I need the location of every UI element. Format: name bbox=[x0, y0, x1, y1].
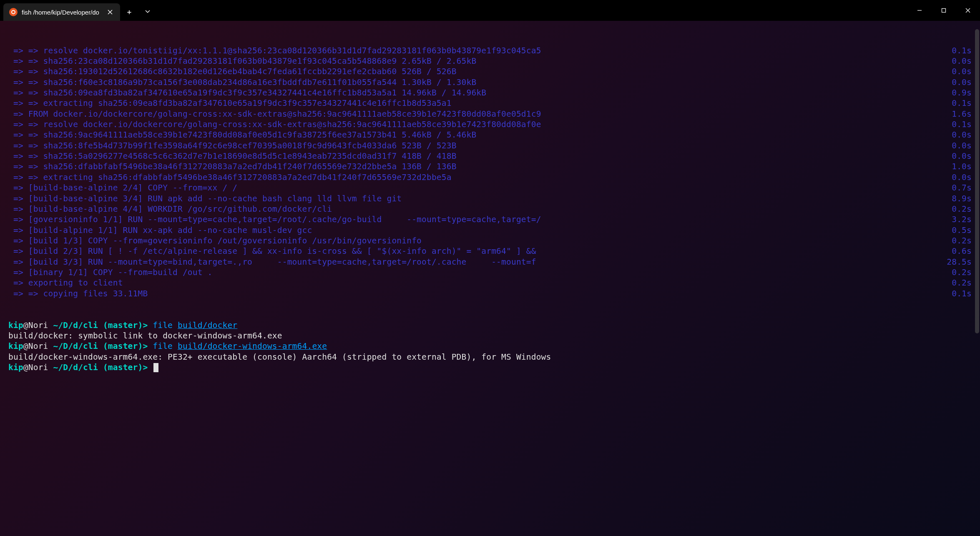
window-controls bbox=[907, 0, 980, 21]
build-log-line: => [build 2/3] RUN [ ! -f /etc/alpine-re… bbox=[8, 246, 972, 256]
text-cursor bbox=[153, 363, 158, 372]
docker-build-log: => => resolve docker.io/tonistiigi/xx:1.… bbox=[8, 45, 972, 299]
build-log-line: => [goversioninfo 1/1] RUN --mount=type=… bbox=[8, 214, 972, 225]
build-log-line: => [build-base-alpine 2/4] COPY --from=x… bbox=[8, 183, 972, 193]
build-log-line: => => sha256:8fe5b4d737b99f1fe3598a64f92… bbox=[8, 140, 972, 151]
command-name: file bbox=[153, 321, 178, 330]
build-log-line: => => resolve docker.io/tonistiigi/xx:1.… bbox=[8, 45, 972, 56]
maximize-button[interactable] bbox=[932, 0, 956, 21]
build-log-line: => [build-alpine 1/1] RUN xx-apk add --n… bbox=[8, 225, 972, 235]
command-argument: build/docker-windows-arm64.exe bbox=[178, 341, 327, 351]
shell-prompt-line: kip@Nori ~/D/d/cli (master)> file build/… bbox=[8, 341, 972, 351]
build-log-line: => [build 3/3] RUN --mount=type=bind,tar… bbox=[8, 257, 972, 267]
build-log-line: => => sha256:23ca08d120366b31d1d7fad2928… bbox=[8, 56, 972, 66]
build-log-line: => [build 1/3] COPY --from=goversioninfo… bbox=[8, 235, 972, 246]
terminal-tab[interactable]: fish /home/kip/Developer/do bbox=[3, 3, 120, 21]
new-tab-button[interactable]: + bbox=[120, 3, 138, 21]
titlebar: fish /home/kip/Developer/do + bbox=[0, 0, 980, 21]
tab-title: fish /home/kip/Developer/do bbox=[22, 9, 101, 16]
shell-prompt-area: kip@Nori ~/D/d/cli (master)> file build/… bbox=[8, 320, 972, 373]
ubuntu-icon bbox=[9, 8, 18, 16]
build-log-line: => => sha256:dfabbfabf5496be38a46f312720… bbox=[8, 161, 972, 172]
tab-dropdown-button[interactable] bbox=[138, 3, 157, 21]
titlebar-drag-region[interactable] bbox=[157, 0, 907, 21]
build-log-line: => => sha256:f60e3c8186a9b73ca156f3e008d… bbox=[8, 77, 972, 88]
build-log-line: => => resolve docker.io/dockercore/golan… bbox=[8, 119, 972, 130]
close-window-button[interactable] bbox=[956, 0, 980, 21]
terminal-output[interactable]: => => resolve docker.io/tonistiigi/xx:1.… bbox=[0, 21, 980, 387]
build-log-line: => => sha256:5a0296277e4568c5c6c362d7e7b… bbox=[8, 151, 972, 161]
build-log-line: => => copying files 33.11MB0.1s bbox=[8, 288, 972, 299]
build-log-line: => => sha256:9ac9641111aeb58ce39b1e7423f… bbox=[8, 130, 972, 140]
build-log-line: => => extracting sha256:09ea8fd3ba82af34… bbox=[8, 98, 972, 108]
build-log-line: => => extracting sha256:dfabbfabf5496be3… bbox=[8, 172, 972, 183]
build-log-line: => [binary 1/1] COPY --from=build /out .… bbox=[8, 267, 972, 278]
build-log-line: => => sha256:193012d52612686c8632b182e0d… bbox=[8, 66, 972, 77]
shell-prompt-line: kip@Nori ~/D/d/cli (master)> bbox=[8, 362, 972, 373]
build-log-line: => [build-base-alpine 4/4] WORKDIR /go/s… bbox=[8, 204, 972, 214]
command-argument: build/docker bbox=[178, 321, 237, 330]
build-log-line: => [build-base-alpine 3/4] RUN apk add -… bbox=[8, 193, 972, 204]
build-log-line: => => sha256:09ea8fd3ba82af347610e65a19f… bbox=[8, 88, 972, 98]
close-tab-button[interactable] bbox=[105, 7, 115, 17]
scrollbar-thumb[interactable] bbox=[975, 29, 979, 333]
command-output-line: build/docker-windows-arm64.exe: PE32+ ex… bbox=[8, 352, 972, 362]
command-output-line: build/docker: symbolic link to docker-wi… bbox=[8, 331, 972, 341]
build-log-line: => exporting to client0.2s bbox=[8, 278, 972, 288]
build-log-line: => FROM docker.io/dockercore/golang-cros… bbox=[8, 109, 972, 119]
minimize-button[interactable] bbox=[907, 0, 932, 21]
svg-rect-0 bbox=[942, 9, 946, 13]
shell-prompt-line: kip@Nori ~/D/d/cli (master)> file build/… bbox=[8, 320, 972, 331]
command-name: file bbox=[153, 341, 178, 351]
